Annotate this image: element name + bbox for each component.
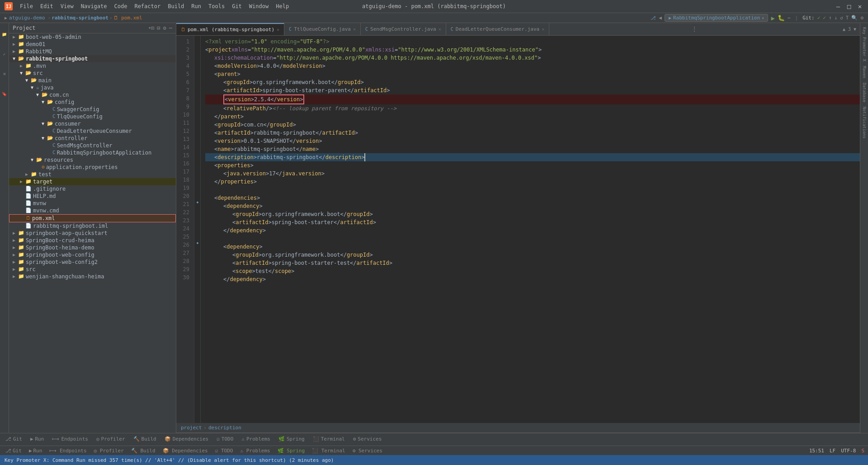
git-check[interactable]: ✓: [817, 15, 821, 21]
tree-more-btn[interactable]: ⋯: [169, 25, 172, 31]
tree-item-test[interactable]: ▶ 📁 test: [9, 171, 176, 178]
tab-close-ttlqueue[interactable]: ✕: [353, 27, 356, 32]
menu-code[interactable]: Code: [111, 2, 131, 10]
breadcrumb-part-1[interactable]: atguigu-demo: [9, 15, 45, 21]
menu-help[interactable]: Help: [272, 2, 292, 10]
code-editor[interactable]: 12345 678910 1112131415 1617181920 21222…: [176, 36, 860, 423]
tree-item-swaggerconfig[interactable]: ▶ C SwaggerConfig: [9, 106, 176, 113]
git-check2[interactable]: ✓: [823, 15, 826, 21]
git-update[interactable]: ↑: [829, 15, 832, 21]
run-config-dropdown[interactable]: ▶ RabbitmqSpringbootApplication ▾: [665, 14, 769, 22]
search-button[interactable]: 🔍: [851, 15, 858, 21]
sidebar-project-icon[interactable]: 📁: [1, 25, 8, 43]
git-translate[interactable]: T: [846, 15, 849, 21]
tree-item-config[interactable]: ▼ 📂 config: [9, 99, 176, 106]
tree-item-boot-web[interactable]: ▶ 📁 boot-web-05-admin: [9, 33, 176, 41]
code-content[interactable]: <?xml version="1.0" encoding="UTF-8"?> <…: [201, 36, 860, 423]
tree-item-crud[interactable]: ▶ 📁 SpringBoot-crud-heima: [9, 237, 176, 244]
breadcrumb-part-2[interactable]: rabbitmq-springboot: [52, 15, 108, 21]
right-icon-maven[interactable]: Maven: [861, 64, 868, 80]
tree-item-mvn[interactable]: ▶ 📁 .mvn: [9, 62, 176, 70]
status-services[interactable]: ⚙ Services: [351, 448, 384, 454]
breadcrumb-project[interactable]: project: [181, 425, 202, 431]
status-git[interactable]: ⎇ Git: [4, 448, 24, 454]
maximize-button[interactable]: □: [845, 3, 853, 10]
debug-button[interactable]: 🐛: [778, 14, 785, 21]
status-todo[interactable]: ☑ TODO: [213, 448, 235, 454]
tab-ttlqueue[interactable]: C TtlQueueConfig.java ✕: [284, 23, 361, 35]
bottom-tab-spring[interactable]: 🌿 Spring: [275, 433, 308, 445]
bottom-tab-services[interactable]: ⚙ Services: [349, 433, 386, 445]
tree-item-rabbitmq-springboot[interactable]: ▼ 📂 rabbitmq-springboot: [9, 55, 176, 62]
status-endpoints[interactable]: ⟼ Endpoints: [47, 448, 88, 454]
tree-item-src2[interactable]: ▶ 📁 src: [9, 266, 176, 273]
menu-tools[interactable]: Tools: [205, 2, 228, 10]
tree-item-java[interactable]: ▼ ☕ java: [9, 84, 176, 91]
git-push[interactable]: ↓: [835, 15, 838, 21]
status-terminal[interactable]: ⬛ Terminal: [310, 448, 347, 454]
bottom-tab-profiler[interactable]: ◎ Profiler: [93, 433, 129, 445]
sidebar-structure-icon[interactable]: ≡: [1, 65, 8, 83]
tree-item-iml[interactable]: ▶ 📄 rabbitmq-springboot.iml: [9, 222, 176, 230]
tree-settings-btn[interactable]: ⚙: [163, 25, 166, 31]
settings-button[interactable]: ⚙: [860, 15, 863, 21]
tab-close-sendmsg[interactable]: ✕: [439, 27, 441, 32]
minimize-button[interactable]: —: [835, 3, 842, 10]
right-icon-keypromoter[interactable]: Key Promoter X: [861, 25, 868, 63]
tab-sendmsg[interactable]: C SendMsgController.java ✕: [361, 23, 446, 35]
tree-item-tlqqueue[interactable]: ▶ C TlqQueueConfig: [9, 113, 176, 120]
tree-item-rabbitmq[interactable]: ▶ 📁 RabbitMQ: [9, 48, 176, 55]
close-button[interactable]: ✕: [856, 3, 863, 10]
tree-item-src[interactable]: ▼ 📂 src: [9, 70, 176, 77]
status-deps[interactable]: 📦 Dependencies: [161, 448, 210, 454]
tree-item-mvnwcmd[interactable]: ▶ 📄 mvnw.cmd: [9, 207, 176, 214]
tree-item-resources[interactable]: ▼ 📂 resources: [9, 156, 176, 164]
bottom-tab-terminal[interactable]: ⬛ Terminal: [309, 433, 349, 445]
sidebar-commit-icon[interactable]: ✓: [1, 45, 8, 63]
tree-item-app[interactable]: ▶ C RabbitmqSpringbootApplication: [9, 149, 176, 156]
tree-item-main[interactable]: ▼ 📂 main: [9, 77, 176, 84]
bottom-tab-problems[interactable]: ⚠ Problems: [238, 433, 274, 445]
tree-item-heima[interactable]: ▶ 📁 SpringBoot-heima-demo: [9, 244, 176, 251]
menu-edit[interactable]: Edit: [37, 2, 57, 10]
status-problems[interactable]: ⚠ Problems: [238, 448, 272, 454]
right-icon-database[interactable]: Database: [861, 81, 868, 104]
menu-build[interactable]: Build: [164, 2, 188, 10]
menu-refactor[interactable]: Refactor: [131, 2, 164, 10]
tree-item-wenjian[interactable]: ▶ 📁 wenjian-shangchuan-heima: [9, 273, 176, 280]
right-icon-notifications[interactable]: Notifications: [861, 105, 868, 140]
tree-item-deadletter[interactable]: ▶ C DeadLetterQueueConsumer: [9, 127, 176, 135]
status-build[interactable]: 🔨 Build: [129, 448, 157, 454]
tree-item-mvnw[interactable]: ▶ 📄 mvnw: [9, 200, 176, 207]
menu-view[interactable]: View: [57, 2, 77, 10]
tree-item-webconfig2[interactable]: ▶ 📁 springboot-web-config2: [9, 258, 176, 266]
tab-deadletter[interactable]: C DeadLetterQueueConsumer.java ✕: [446, 23, 550, 35]
sidebar-bookmarks-icon[interactable]: 🔖: [1, 85, 8, 103]
git-rollback[interactable]: ↺: [840, 15, 843, 21]
menu-file[interactable]: File: [16, 2, 37, 10]
tree-scroll-btn[interactable]: ⊡: [151, 25, 154, 31]
bottom-tab-todo[interactable]: ☑ TODO: [213, 433, 237, 445]
tree-item-sendmsg[interactable]: ▶ C SendMsgController: [9, 142, 176, 149]
tree-item-consumer[interactable]: ▼ 📂 consumer: [9, 120, 176, 127]
tree-item-pomxml[interactable]: ▶ 🗒 pom.xml: [9, 214, 176, 222]
tab-pomxml[interactable]: 🗒 pom.xml (rabbitmq-springboot) ✕: [176, 23, 284, 35]
tree-item-helpmd[interactable]: ▶ 📄 HELP.md: [9, 193, 176, 200]
tab-more-button[interactable]: ⋮: [689, 26, 700, 32]
bottom-tab-git[interactable]: ⎇ Git: [2, 433, 26, 445]
breadcrumb-part-3[interactable]: 🗒 pom.xml: [113, 15, 142, 21]
tab-close-deadletter[interactable]: ✕: [542, 27, 544, 32]
bottom-tab-dependencies[interactable]: 📦 Dependencies: [161, 433, 212, 445]
tree-item-aop[interactable]: ▶ 📁 springboot-aop-quickstart: [9, 230, 176, 237]
tree-item-comcn[interactable]: ▼ 📂 com.cn: [9, 91, 176, 99]
tree-item-gitignore[interactable]: ▶ 📄 .gitignore: [9, 185, 176, 193]
menu-run[interactable]: Run: [188, 2, 205, 10]
tree-item-appprops[interactable]: ▶ ⚙ application.properties: [9, 164, 176, 171]
breadcrumb-description[interactable]: description: [208, 425, 241, 431]
tab-close-pomxml[interactable]: ✕: [277, 27, 279, 32]
status-lf[interactable]: LF: [830, 448, 835, 454]
tree-item-webconfig[interactable]: ▶ 📁 springboot-web-config: [9, 251, 176, 258]
tree-collapse-btn[interactable]: ⊟: [157, 25, 160, 31]
back-btn[interactable]: ◀: [659, 15, 662, 21]
status-profiler[interactable]: ◎ Profiler: [92, 448, 126, 454]
